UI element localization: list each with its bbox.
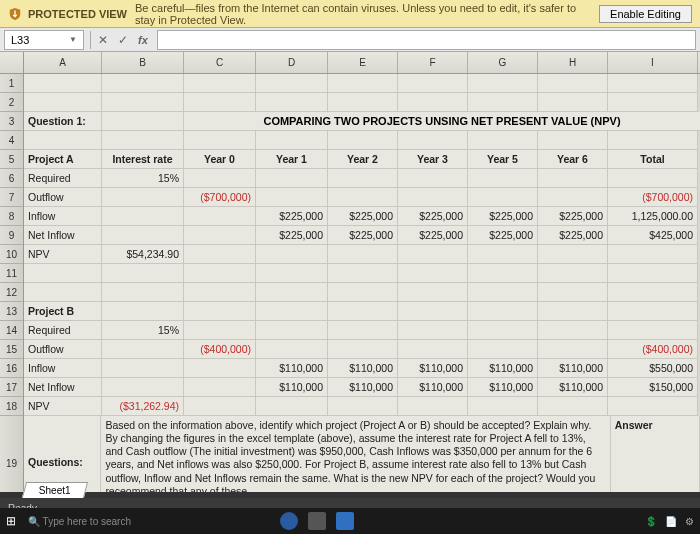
row-header[interactable]: 7 (0, 188, 23, 207)
cell[interactable] (538, 283, 608, 302)
cell[interactable]: Net Inflow (24, 378, 102, 397)
edge-icon[interactable] (336, 512, 354, 530)
row-header[interactable]: 12 (0, 283, 23, 302)
cell[interactable] (608, 131, 698, 150)
cell[interactable] (398, 93, 468, 112)
cell[interactable]: Year 1 (256, 150, 328, 169)
cell[interactable]: $225,000 (256, 207, 328, 226)
cell[interactable] (398, 169, 468, 188)
cell[interactable] (608, 283, 698, 302)
tray-icon[interactable]: 📄 (665, 516, 677, 527)
cell[interactable] (256, 397, 328, 416)
cell[interactable]: $225,000 (468, 207, 538, 226)
cell[interactable] (24, 283, 102, 302)
cell[interactable] (538, 302, 608, 321)
cell[interactable] (184, 397, 256, 416)
row-header[interactable]: 6 (0, 169, 23, 188)
cell[interactable]: $550,000 (608, 359, 698, 378)
cell[interactable] (256, 283, 328, 302)
col-header[interactable]: H (538, 52, 608, 73)
cell[interactable]: ($700,000) (608, 188, 698, 207)
cell[interactable] (184, 245, 256, 264)
cell[interactable] (184, 321, 256, 340)
cell[interactable]: $110,000 (468, 378, 538, 397)
accept-formula-icon[interactable]: ✓ (113, 30, 133, 50)
taskbar-search[interactable]: 🔍 Type here to search (28, 516, 168, 527)
row-header[interactable]: 17 (0, 378, 23, 397)
cell[interactable]: $225,000 (538, 226, 608, 245)
cell[interactable]: ($400,000) (608, 340, 698, 359)
cell[interactable] (184, 302, 256, 321)
cell[interactable] (256, 74, 328, 93)
cell[interactable]: ($31,262.94) (102, 397, 184, 416)
cell[interactable] (608, 302, 698, 321)
tray-icon[interactable]: ⚙ (685, 516, 694, 527)
cell[interactable] (102, 359, 184, 378)
row-header[interactable]: 15 (0, 340, 23, 359)
cell[interactable] (102, 340, 184, 359)
row-header[interactable]: 5 (0, 150, 23, 169)
cell[interactable]: $225,000 (398, 226, 468, 245)
cell[interactable] (24, 74, 102, 93)
cell[interactable] (256, 169, 328, 188)
cell[interactable] (256, 93, 328, 112)
cell[interactable]: $225,000 (328, 207, 398, 226)
cell[interactable] (398, 397, 468, 416)
cell[interactable]: $225,000 (398, 207, 468, 226)
cell[interactable] (608, 93, 698, 112)
col-header[interactable]: B (102, 52, 184, 73)
cancel-formula-icon[interactable]: ✕ (93, 30, 113, 50)
cell[interactable] (328, 340, 398, 359)
cell[interactable]: Answer (611, 416, 700, 492)
cell[interactable] (184, 283, 256, 302)
cell[interactable] (608, 169, 698, 188)
col-header[interactable]: F (398, 52, 468, 73)
cell[interactable]: 15% (102, 321, 184, 340)
cell[interactable] (184, 378, 256, 397)
cell[interactable] (538, 397, 608, 416)
cell-grid[interactable]: Question 1: COMPARING TWO PROJECTS UNSIN… (24, 74, 700, 492)
cell[interactable] (184, 74, 256, 93)
cell[interactable] (468, 302, 538, 321)
cell-questions-text[interactable]: Based on the information above, identify… (101, 416, 610, 492)
cell[interactable] (328, 93, 398, 112)
cell[interactable] (468, 340, 538, 359)
cell[interactable]: Total (608, 150, 698, 169)
cell[interactable] (184, 226, 256, 245)
cell[interactable]: NPV (24, 245, 102, 264)
col-header[interactable]: E (328, 52, 398, 73)
cell[interactable]: $225,000 (468, 226, 538, 245)
cell[interactable] (398, 264, 468, 283)
cell[interactable] (328, 302, 398, 321)
cell[interactable] (102, 302, 184, 321)
row-header[interactable]: 18 (0, 397, 23, 416)
cell[interactable] (398, 283, 468, 302)
cell[interactable] (102, 188, 184, 207)
cell[interactable]: Interest rate (102, 150, 184, 169)
cell[interactable] (538, 131, 608, 150)
formula-input[interactable] (157, 30, 696, 50)
cell[interactable] (398, 340, 468, 359)
col-header[interactable]: C (184, 52, 256, 73)
row-header[interactable]: 9 (0, 226, 23, 245)
cell[interactable] (256, 264, 328, 283)
cell[interactable]: $110,000 (398, 378, 468, 397)
cell[interactable] (398, 302, 468, 321)
cell[interactable] (256, 245, 328, 264)
cell[interactable]: Year 5 (468, 150, 538, 169)
cell[interactable] (184, 264, 256, 283)
cell[interactable]: $225,000 (256, 226, 328, 245)
cell[interactable]: $110,000 (538, 378, 608, 397)
cell[interactable] (102, 93, 184, 112)
cell[interactable] (184, 359, 256, 378)
cell[interactable] (256, 188, 328, 207)
task-view-icon[interactable] (308, 512, 326, 530)
row-header[interactable]: 16 (0, 359, 23, 378)
cell[interactable] (468, 397, 538, 416)
cell[interactable] (102, 283, 184, 302)
cell[interactable] (328, 74, 398, 93)
cell[interactable] (538, 340, 608, 359)
cell[interactable] (184, 93, 256, 112)
cell[interactable]: $110,000 (468, 359, 538, 378)
cell[interactable] (468, 245, 538, 264)
